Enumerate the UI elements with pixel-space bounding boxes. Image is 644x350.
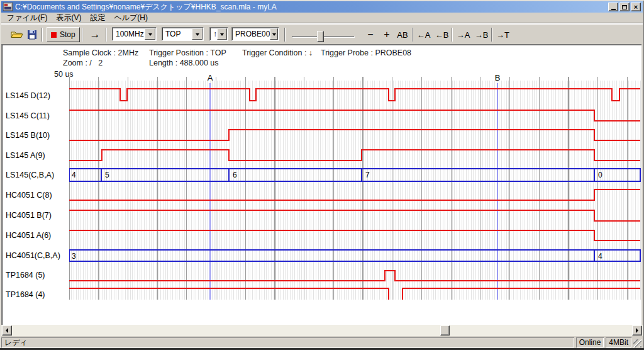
channel-label: TP1684 (5): [6, 270, 45, 280]
combo-dropdown-button[interactable]: [270, 28, 278, 40]
sample-clock-value: 100MHz: [113, 30, 145, 38]
app-window: C:¥Documents and Settings¥noname¥デスクトップ¥…: [0, 0, 644, 350]
trigger-probe-value: PROBE00: [232, 30, 270, 38]
slider-thumb[interactable]: [317, 31, 324, 42]
channel-label: LS145 C(11): [6, 111, 50, 121]
goto-marker-a-fwd-button[interactable]: →A: [455, 27, 472, 42]
window-title: C:¥Documents and Settings¥noname¥デスクトップ¥…: [15, 1, 608, 13]
status-online-badge: Online: [576, 337, 604, 347]
toolbar-separator: [82, 28, 83, 42]
digital-trace: [69, 189, 640, 200]
stop-icon: [51, 32, 57, 38]
channel-label: LS145 B(10): [6, 130, 50, 140]
bus-value: 0: [598, 171, 602, 179]
grid-fine: [69, 81, 640, 300]
waveform-canvas[interactable]: AB4567034: [69, 44, 641, 300]
digital-trace: [69, 210, 640, 221]
save-floppy-icon: [27, 30, 38, 40]
stop-label: Stop: [60, 30, 75, 39]
menu-view[interactable]: 表示(V): [52, 12, 86, 24]
zoom-ab-button[interactable]: AB: [395, 27, 410, 42]
trigger-position-value: TOP: [162, 30, 192, 38]
toolbar-separator: [412, 28, 413, 42]
minimize-icon: [611, 9, 616, 10]
trigger-probe-combo[interactable]: PROBE00: [231, 27, 279, 41]
statusbar: レディ Online 4MBit: [1, 337, 643, 348]
digital-trace: [69, 288, 640, 300]
goto-marker-b-back-button[interactable]: ←B: [433, 27, 450, 42]
bus-trace: [69, 169, 640, 181]
digital-trace: [69, 130, 640, 140]
scroll-left-button[interactable]: [2, 325, 12, 336]
goto-trigger-button[interactable]: →T: [494, 27, 511, 42]
zoom-in-button[interactable]: +: [380, 27, 394, 42]
toolbar-separator: [284, 28, 286, 42]
bus-trace: [69, 250, 640, 261]
run-button[interactable]: →: [87, 27, 103, 42]
combo-dropdown-button[interactable]: [145, 28, 155, 40]
close-button[interactable]: ×: [631, 3, 641, 11]
sample-clock-combo[interactable]: 100MHz: [112, 27, 157, 41]
resize-grip[interactable]: [633, 339, 641, 347]
marker-label-B: B: [495, 73, 501, 82]
stop-button[interactable]: Stop: [47, 27, 80, 42]
marker-label-A: A: [208, 73, 213, 82]
chevron-down-icon: [272, 33, 276, 38]
open-folder-icon: [11, 30, 23, 40]
bus-value: 7: [365, 171, 370, 179]
arrow-left-icon: [3, 328, 8, 333]
open-file-button[interactable]: [9, 27, 25, 42]
channel-label: TP1684 (4): [6, 290, 45, 300]
bus-value: 6: [233, 171, 237, 179]
minimize-button[interactable]: [608, 3, 618, 11]
close-icon: ×: [634, 4, 638, 10]
trigger-position-combo[interactable]: TOP: [162, 27, 204, 41]
channel-label: HC4051 A(6): [6, 230, 51, 240]
bus-value: 3: [72, 252, 76, 261]
bus-value: 4: [72, 171, 76, 179]
titlebar: C:¥Documents and Settings¥noname¥デスクトップ¥…: [1, 1, 643, 13]
zoom-out-button[interactable]: −: [364, 27, 377, 42]
zoom-slider[interactable]: [292, 27, 357, 42]
digital-trace: [69, 89, 640, 101]
menu-file[interactable]: ファイル(F): [3, 12, 52, 24]
horizontal-scrollbar[interactable]: [1, 325, 643, 336]
menubar: ファイル(F) 表示(V) 設定 ヘルプ(H): [1, 13, 643, 23]
waveform-panel: Sample Clock : 2MHz Trigger Position : T…: [1, 44, 641, 325]
bus-value: 4: [598, 252, 602, 261]
app-icon: [3, 3, 13, 11]
chevron-down-icon: [220, 33, 224, 38]
menu-settings[interactable]: 設定: [86, 12, 109, 24]
scrollbar-thumb[interactable]: [440, 325, 450, 336]
combo-dropdown-button[interactable]: [217, 28, 227, 40]
toolbar-separator: [106, 28, 107, 42]
trigger-edge-combo[interactable]: ↑: [209, 27, 228, 41]
toolbar-separator: [491, 28, 492, 42]
bus-value: 5: [105, 171, 109, 179]
menu-help[interactable]: ヘルプ(H): [109, 12, 152, 24]
goto-marker-b-fwd-button[interactable]: →B: [473, 27, 490, 42]
scroll-right-button[interactable]: [632, 325, 642, 336]
channel-label: LS145 D(12): [6, 91, 50, 101]
digital-trace: [69, 271, 640, 281]
channel-label: LS145 A(9): [6, 150, 45, 161]
toolbar: Stop → 100MHz TOP ↑ PROBE00 − + AB ←A: [1, 24, 643, 44]
maximize-button[interactable]: [619, 3, 630, 11]
digital-trace: [69, 230, 640, 240]
channel-label: HC4051 C(8): [6, 190, 52, 200]
channel-label: HC4051(C,B,A): [6, 251, 60, 261]
goto-marker-a-back-button[interactable]: ←A: [415, 27, 432, 42]
channel-label: LS145(C,B,A): [6, 170, 54, 180]
save-file-button[interactable]: [24, 27, 40, 42]
combo-dropdown-button[interactable]: [192, 28, 203, 40]
run-arrow-icon: →: [90, 28, 101, 41]
digital-trace: [69, 150, 640, 161]
channel-label: HC4051 B(7): [6, 210, 52, 220]
toolbar-separator: [452, 28, 453, 42]
arrow-right-icon: [636, 328, 641, 333]
chevron-down-icon: [196, 33, 199, 38]
status-ready: レディ: [1, 337, 574, 347]
toolbar-separator: [42, 28, 43, 42]
maximize-icon: [622, 5, 627, 9]
status-memory-badge: 4MBit: [606, 337, 631, 347]
